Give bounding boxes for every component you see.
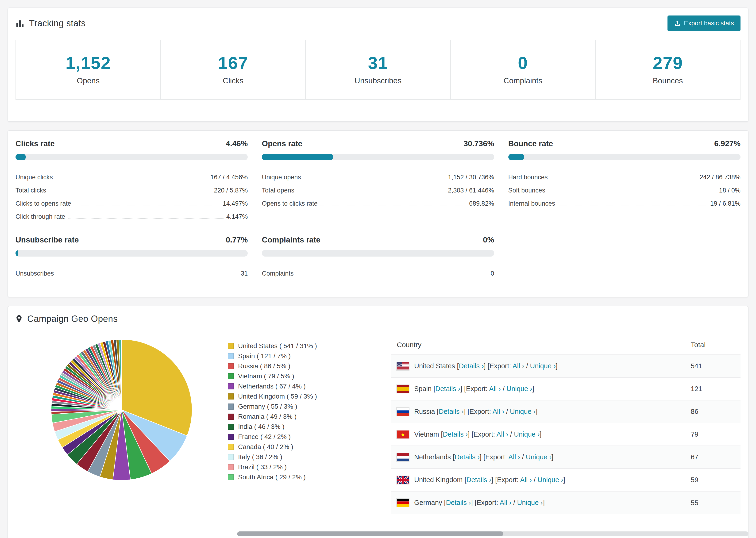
export-all-link[interactable]: All › [500, 499, 512, 506]
export-all-link[interactable]: All › [520, 476, 532, 484]
rate-progress-bar [16, 250, 248, 256]
dotted-leader [548, 192, 716, 192]
geo-table: Country Total United States [Details ›] … [391, 334, 740, 514]
bracket-close: ] [536, 408, 537, 415]
legend-label: Spain ( 121 / 7% ) [238, 352, 291, 360]
export-unique-link[interactable]: Unique › [514, 430, 540, 438]
export-prefix: ] [Export: [491, 476, 520, 484]
legend-item-germany[interactable]: Germany ( 55 / 3% ) [228, 402, 391, 411]
dotted-leader [49, 192, 211, 192]
export-all-link[interactable]: All › [489, 385, 501, 393]
details-link[interactable]: Details › [446, 499, 471, 506]
legend-item-netherlands[interactable]: Netherlands ( 67 / 4% ) [228, 381, 391, 391]
legend-item-united-states[interactable]: United States ( 541 / 31% ) [228, 341, 391, 351]
bar-chart-icon [16, 19, 25, 28]
stat-label: Complaints [451, 76, 595, 85]
export-all-link[interactable]: All › [497, 430, 508, 438]
details-link[interactable]: Details › [435, 385, 460, 393]
flag-vn-icon [397, 430, 409, 439]
rate-title: Unsubscribe rate [16, 236, 79, 244]
export-unique-link[interactable]: Unique › [530, 362, 556, 370]
country-total: 121 [685, 377, 740, 400]
tracking-stats-title-text: Tracking stats [29, 18, 86, 28]
export-unique-link[interactable]: Unique › [510, 408, 536, 415]
export-unique-link[interactable]: Unique › [517, 499, 543, 506]
legend-item-south-africa[interactable]: South Africa ( 29 / 2% ) [228, 472, 391, 482]
export-prefix: ] [Export: [484, 362, 513, 370]
stat-label: Bounces [596, 76, 740, 85]
legend-item-spain[interactable]: Spain ( 121 / 7% ) [228, 351, 391, 361]
country-cell: Germany [Details ›] [Export: All › / Uni… [391, 491, 685, 514]
details-link[interactable]: Details › [466, 476, 491, 484]
geo-table-row-united-kingdom: United Kingdom [Details ›] [Export: All … [391, 468, 740, 491]
flag-de-icon [397, 499, 409, 507]
dotted-leader [304, 179, 445, 179]
country-cell: Spain [Details ›] [Export: All › / Uniqu… [391, 377, 685, 400]
stat-card-bounces: 279Bounces [595, 40, 740, 99]
stat-label: Clicks [161, 76, 305, 85]
details-link[interactable]: Details › [455, 453, 480, 461]
rate-metric-row: Internal bounces19 / 6.81% [508, 194, 740, 207]
legend-item-united-kingdom[interactable]: United Kingdom ( 59 / 3% ) [228, 391, 391, 402]
rate-metric-value: 18 / 0% [719, 187, 740, 194]
geo-table-row-united-states: United States [Details ›] [Export: All ›… [391, 355, 740, 377]
rate-metric-row: Opens to clicks rate689.82% [262, 194, 494, 207]
legend-item-italy[interactable]: Italy ( 36 / 2% ) [228, 452, 391, 462]
export-basic-stats-button[interactable]: Export basic stats [668, 16, 740, 31]
dotted-leader [57, 275, 238, 275]
export-unique-link[interactable]: Unique › [526, 453, 552, 461]
country-cell: Netherlands [Details ›] [Export: All › /… [391, 446, 685, 468]
rate-metric-value: 0 [491, 270, 494, 277]
slash: / [520, 453, 526, 461]
details-link[interactable]: Details › [443, 430, 468, 438]
legend-item-russia[interactable]: Russia ( 86 / 5% ) [228, 361, 391, 371]
details-link[interactable]: Details › [439, 408, 464, 415]
geo-table-row-vietnam: Vietnam [Details ›] [Export: All › / Uni… [391, 423, 740, 446]
legend-item-france[interactable]: France ( 42 / 2% ) [228, 432, 391, 442]
legend-item-india[interactable]: India ( 46 / 3% ) [228, 422, 391, 432]
rate-percent: 4.46% [226, 139, 248, 148]
geo-pie-wrap [16, 334, 228, 482]
country-name: Germany [414, 499, 442, 506]
bracket: [ [453, 453, 455, 461]
export-icon [674, 20, 681, 27]
geo-table-row-germany: Germany [Details ›] [Export: All › / Uni… [391, 491, 740, 514]
rate-metric-label: Unsubscribes [16, 270, 54, 277]
dotted-leader [68, 218, 224, 219]
legend-label: India ( 46 / 3% ) [238, 423, 285, 430]
legend-swatch [228, 383, 234, 389]
stat-value: 0 [451, 53, 595, 73]
dotted-leader [297, 192, 445, 192]
legend-label: Italy ( 36 / 2% ) [238, 453, 282, 461]
details-link[interactable]: Details › [459, 362, 484, 370]
tracking-stats-title: Tracking stats [16, 18, 86, 28]
export-all-link[interactable]: All › [513, 362, 524, 370]
rate-metric-value: 242 / 86.738% [700, 174, 740, 181]
export-all-link[interactable]: All › [508, 453, 520, 461]
stat-value: 31 [306, 53, 450, 73]
rate-title: Complaints rate [262, 236, 320, 244]
horizontal-scrollbar-track[interactable] [237, 531, 748, 536]
legend-swatch [228, 404, 234, 409]
legend-item-vietnam[interactable]: Vietnam ( 79 / 5% ) [228, 371, 391, 381]
slash: / [532, 476, 537, 484]
export-all-link[interactable]: All › [493, 408, 504, 415]
horizontal-scrollbar-thumb[interactable] [237, 531, 503, 536]
rate-block-clicks-rate: Clicks rate4.46%Unique clicks167 / 4.456… [16, 139, 248, 220]
legend-label: Canada ( 40 / 2% ) [238, 443, 293, 451]
slash: / [524, 362, 530, 370]
country-name: United Kingdom [414, 476, 462, 484]
legend-swatch [228, 373, 234, 379]
export-unique-link[interactable]: Unique › [537, 476, 563, 484]
rate-metric-row: Hard bounces242 / 86.738% [508, 168, 740, 181]
country-total: 67 [685, 446, 740, 468]
export-unique-link[interactable]: Unique › [507, 385, 532, 393]
legend-item-canada[interactable]: Canada ( 40 / 2% ) [228, 442, 391, 452]
slash: / [504, 408, 510, 415]
legend-swatch [228, 353, 234, 359]
rate-percent: 6.927% [714, 139, 740, 148]
legend-item-brazil[interactable]: Brazil ( 33 / 2% ) [228, 462, 391, 472]
rate-metric-value: 4.147% [226, 213, 248, 220]
legend-item-romania[interactable]: Romania ( 49 / 3% ) [228, 411, 391, 422]
rate-title: Clicks rate [16, 139, 55, 148]
